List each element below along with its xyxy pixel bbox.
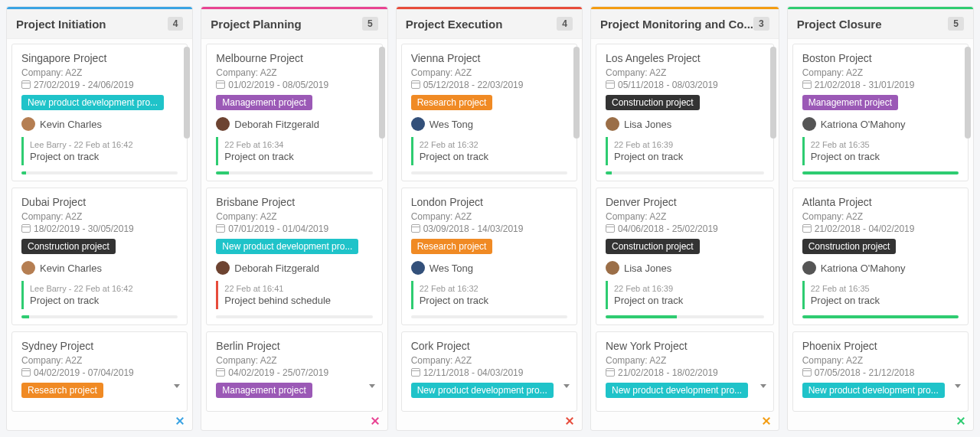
card-tag[interactable]: New product development pro... (802, 383, 945, 398)
card-tag[interactable]: New product development pro... (606, 383, 748, 398)
avatar (606, 117, 619, 131)
calendar-icon (411, 80, 420, 89)
card-owner[interactable]: Deborah Fitzgerald (216, 261, 372, 275)
project-card[interactable]: London ProjectCompany: A2Z03/09/2018 - 1… (401, 188, 577, 325)
scrollbar-thumb[interactable] (379, 47, 385, 139)
project-card[interactable]: Cork ProjectCompany: A2Z12/11/2018 - 04/… (401, 331, 577, 412)
project-card[interactable]: Berlin ProjectCompany: A2Z04/02/2019 - 2… (206, 331, 382, 412)
card-owner[interactable]: Wes Tong (411, 261, 567, 275)
project-card[interactable]: Boston ProjectCompany: A2Z21/02/2018 - 3… (792, 44, 969, 181)
expand-icon[interactable] (760, 415, 773, 428)
project-card[interactable]: New York ProjectCompany: A2Z21/02/2018 -… (596, 331, 774, 412)
card-tag[interactable]: Construction project (606, 239, 700, 254)
card-company: Company: A2Z (411, 67, 567, 78)
card-note: 22 Feb at 16:35Project on track (802, 137, 959, 165)
column-header[interactable]: Project Closure5 (788, 9, 973, 39)
card-company: Company: A2Z (606, 355, 764, 366)
card-note: 22 Feb at 16:34Project on track (216, 137, 372, 165)
card-date-range: 05/11/2018 - 08/03/2019 (606, 80, 764, 90)
calendar-icon (216, 368, 225, 377)
card-owner[interactable]: Wes Tong (411, 117, 567, 131)
expand-icon[interactable] (563, 415, 576, 428)
card-owner[interactable]: Lisa Jones (606, 261, 764, 275)
scrollbar[interactable] (184, 47, 190, 392)
card-tag[interactable]: Construction project (21, 239, 116, 254)
scrollbar[interactable] (379, 47, 385, 392)
project-card[interactable]: Denver ProjectCompany: A2Z04/06/2018 - 2… (596, 188, 774, 325)
column-count-badge: 4 (557, 17, 573, 31)
column-header[interactable]: Project Execution4 (397, 9, 582, 39)
card-note: Lee Barry - 22 Feb at 16:42Project on tr… (21, 281, 178, 309)
avatar (216, 261, 230, 275)
chevron-down-icon[interactable] (760, 384, 766, 388)
progress-bar (216, 315, 372, 318)
scrollbar-thumb[interactable] (573, 47, 580, 139)
scrollbar-thumb[interactable] (770, 47, 776, 139)
project-card[interactable]: Brisbane ProjectCompany: A2Z07/01/2019 -… (206, 188, 382, 325)
card-owner[interactable]: Deborah Fitzgerald (216, 117, 372, 131)
card-owner[interactable]: Kevin Charles (21, 117, 178, 131)
cards-container: Vienna ProjectCompany: A2Z05/12/2018 - 2… (397, 39, 582, 430)
scrollbar[interactable] (770, 47, 776, 392)
card-date-range: 07/01/2019 - 01/04/2019 (216, 223, 372, 234)
note-text: Project on track (614, 295, 758, 306)
card-tag[interactable]: Construction project (802, 239, 897, 254)
card-tag[interactable]: Management project (216, 383, 312, 398)
scrollbar-thumb[interactable] (965, 47, 971, 139)
card-note: 22 Feb at 16:32Project on track (411, 281, 567, 309)
owner-name: Lisa Jones (624, 119, 671, 130)
chevron-down-icon[interactable] (369, 384, 375, 388)
expand-icon[interactable] (368, 415, 381, 428)
chevron-down-icon[interactable] (564, 384, 570, 388)
calendar-icon (411, 368, 420, 377)
progress-bar (411, 171, 567, 174)
chevron-down-icon[interactable] (174, 384, 180, 388)
card-tag[interactable]: New product development pro... (21, 95, 164, 110)
scrollbar-thumb[interactable] (184, 47, 190, 139)
chevron-down-icon[interactable] (955, 384, 961, 388)
column-header[interactable]: Project Planning5 (201, 9, 387, 39)
project-card[interactable]: Phoenix ProjectCompany: A2Z07/05/2018 - … (792, 331, 969, 412)
card-title: Phoenix Project (802, 340, 959, 352)
note-text: Project on track (420, 295, 561, 306)
card-tag[interactable]: Research project (411, 95, 493, 110)
card-tag[interactable]: Construction project (606, 95, 700, 110)
card-owner[interactable]: Katriona O'Mahony (802, 117, 959, 131)
project-card[interactable]: Sydney ProjectCompany: A2Z04/02/2019 - 0… (11, 331, 188, 412)
column-footer (762, 416, 771, 426)
calendar-icon (21, 368, 31, 377)
card-tag[interactable]: New product development pro... (411, 383, 554, 398)
project-card[interactable]: Atlanta ProjectCompany: A2Z21/02/2018 - … (792, 188, 969, 325)
card-tag[interactable]: New product development pro... (216, 239, 358, 254)
project-card[interactable]: Singapore ProjectCompany: A2Z27/02/2019 … (11, 44, 188, 181)
card-owner[interactable]: Kevin Charles (21, 261, 178, 275)
card-date-range: 05/12/2018 - 22/03/2019 (411, 80, 567, 90)
card-tag[interactable]: Research project (21, 383, 103, 398)
column-header[interactable]: Project Monitoring and Co...3 (591, 9, 779, 39)
expand-icon[interactable] (955, 415, 968, 428)
scrollbar[interactable] (573, 47, 580, 392)
card-company: Company: A2Z (216, 355, 372, 366)
card-title: Singapore Project (21, 52, 178, 64)
card-owner[interactable]: Lisa Jones (606, 117, 764, 131)
note-meta: 22 Feb at 16:35 (811, 140, 952, 149)
note-text: Project on track (30, 151, 172, 162)
project-card[interactable]: Dubai ProjectCompany: A2Z18/02/2019 - 30… (11, 188, 188, 325)
column-footer (565, 416, 574, 426)
card-note: Lee Barry - 22 Feb at 16:42Project on tr… (21, 137, 178, 165)
project-card[interactable]: Melbourne ProjectCompany: A2Z01/02/2019 … (206, 44, 382, 181)
card-tag[interactable]: Management project (216, 95, 312, 110)
card-owner[interactable]: Katriona O'Mahony (802, 261, 959, 275)
card-title: Boston Project (802, 52, 959, 64)
column-header[interactable]: Project Initiation4 (7, 9, 192, 39)
project-card[interactable]: Vienna ProjectCompany: A2Z05/12/2018 - 2… (401, 44, 577, 181)
progress-bar (802, 171, 959, 174)
expand-icon[interactable] (174, 415, 187, 428)
scrollbar[interactable] (965, 47, 971, 392)
column-count-badge: 3 (753, 17, 769, 31)
card-tag[interactable]: Management project (802, 95, 898, 110)
cards-container: Boston ProjectCompany: A2Z21/02/2018 - 3… (788, 39, 973, 430)
note-meta: 22 Feb at 16:39 (614, 284, 758, 293)
project-card[interactable]: Los Angeles ProjectCompany: A2Z05/11/201… (596, 44, 774, 181)
card-tag[interactable]: Research project (411, 239, 493, 254)
